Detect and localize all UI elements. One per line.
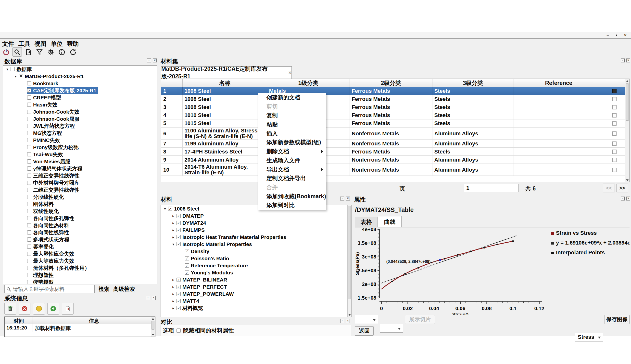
tab-table[interactable]: 表格 (355, 217, 377, 227)
expand-icon[interactable]: ▸ (171, 278, 176, 282)
checkbox[interactable] (27, 96, 31, 100)
tree-item[interactable]: ▸✓MATT4 (161, 298, 351, 304)
table-row[interactable]: 41010 SteelFerrous MetalsSteels (161, 112, 625, 120)
tree-item[interactable]: MG状态方程 (3, 130, 157, 136)
collapse-icon[interactable]: ▾ (171, 242, 176, 246)
checkbox[interactable] (27, 117, 31, 121)
row-checkbox[interactable] (612, 105, 616, 110)
checkbox[interactable] (27, 195, 31, 199)
table-row[interactable]: 817-4PH Stainless SteelFerrous MetalsSte… (161, 148, 625, 156)
tree-item[interactable]: 疲劳模型 (3, 278, 157, 284)
tree-item[interactable]: Johnson-Cook屈服 (3, 115, 157, 122)
checkbox[interactable]: ✓ (176, 221, 181, 225)
tree-item[interactable]: Bookmark (3, 80, 157, 87)
column-header[interactable] (161, 79, 182, 87)
next-page-button[interactable]: >> (616, 184, 628, 192)
collapse-icon[interactable]: ▾ (162, 206, 168, 211)
checkbox[interactable]: ✓ (185, 256, 189, 260)
checkbox[interactable] (27, 110, 31, 114)
checkbox[interactable] (27, 230, 31, 234)
tree-item[interactable]: 多项式状态方程 (3, 236, 157, 243)
checkbox[interactable] (27, 252, 31, 256)
expand-icon[interactable]: ▸ (171, 285, 176, 289)
error-filter-icon[interactable] (19, 303, 30, 314)
context-menu-item[interactable]: 创建新的文档 (258, 93, 326, 102)
context-menu-item[interactable]: 添加到对比 (258, 201, 326, 210)
float-panel-icon[interactable]: ◦ (340, 196, 344, 200)
back-button[interactable]: 返回 (355, 326, 374, 336)
checkbox[interactable]: ✓ (176, 278, 181, 282)
context-menu-item[interactable]: 定制文档并导出 (258, 174, 326, 183)
checkbox[interactable] (19, 74, 23, 78)
checkbox[interactable] (27, 102, 31, 107)
log-scrollbar[interactable] (151, 317, 155, 336)
row-checkbox[interactable] (612, 150, 616, 154)
save-image-button[interactable]: 保存图像 (604, 315, 629, 324)
search-button[interactable]: 检索 (97, 284, 111, 294)
tree-item[interactable]: Tsai-Wu失效 (3, 151, 157, 158)
checkbox[interactable] (11, 67, 15, 71)
close-button[interactable]: × (621, 32, 629, 38)
tree-item[interactable]: ▸✓DYMAT24 (161, 219, 351, 226)
tree-item[interactable]: Von-Misies屈服 (3, 158, 157, 165)
hide-same-checkbox[interactable] (176, 328, 181, 333)
row-checkbox[interactable] (612, 142, 616, 146)
context-menu-item[interactable]: 添加新参数或模型(组) (258, 138, 326, 147)
checkbox[interactable]: ✓ (176, 214, 181, 218)
checkbox[interactable]: ✓ (168, 206, 172, 211)
tree-item[interactable]: 三维正交异性线弹性 (3, 172, 157, 179)
log-row[interactable]: 16:19:20加载材料数据库 (5, 324, 155, 332)
close-panel-icon[interactable]: × (626, 196, 630, 200)
table-row[interactable]: 102014-T6 Aluminum Alloy, Strain-life (E… (161, 164, 625, 176)
tree-item[interactable]: 幂率硬化 (3, 243, 157, 250)
context-menu-item[interactable]: 导出文档 (258, 165, 326, 174)
tree-item[interactable]: 二维正交异性线弹性 (3, 186, 157, 194)
checkbox[interactable] (27, 259, 31, 263)
checkbox[interactable] (27, 273, 31, 277)
row-checkbox[interactable] (612, 97, 616, 101)
table-row[interactable]: 61100 Aluminum Alloy, Stress-life (S-N) … (161, 128, 625, 140)
tab-close-icon[interactable]: × (288, 70, 292, 76)
checkbox[interactable]: ✓ (176, 292, 181, 296)
row-checkbox[interactable] (612, 168, 616, 172)
checkbox[interactable] (27, 238, 31, 242)
log-col-time[interactable]: 时间 (5, 317, 33, 324)
column-header[interactable]: Reference (514, 79, 604, 87)
minimize-button[interactable]: – (603, 32, 612, 38)
export-log-icon[interactable] (62, 303, 74, 314)
search-input[interactable] (5, 285, 95, 293)
tree-item[interactable]: 双线性硬化 (3, 208, 157, 215)
x-axis-select[interactable] (355, 315, 378, 324)
table-row[interactable]: 21008 SteelFerrous MetalsSteels (161, 95, 625, 103)
log-col-message[interactable]: 信息 (33, 317, 155, 324)
tree-item[interactable]: 理想塑性 (3, 272, 157, 278)
axis-variable-select[interactable]: Stress (575, 333, 603, 342)
tree-item[interactable]: ✓Reference Temperature (161, 262, 351, 269)
checkbox[interactable] (27, 244, 31, 249)
settings-gear-icon[interactable] (46, 47, 55, 56)
context-menu-item[interactable]: 复制 (258, 111, 326, 120)
checkbox[interactable]: ✓ (176, 306, 181, 310)
tree-item[interactable]: ▸✓MATEP_BILINEAR (161, 276, 351, 283)
tree-item[interactable]: ▾✓Isotropic Material Properties (161, 241, 351, 248)
search-icon[interactable] (13, 47, 22, 56)
row-checkbox[interactable] (612, 89, 616, 93)
tab-curve[interactable]: 曲线 (378, 216, 401, 227)
checkbox[interactable] (27, 152, 31, 156)
advanced-search-button[interactable]: 高级检索 (111, 284, 137, 294)
checkbox[interactable] (27, 124, 31, 128)
tree-item[interactable]: ▸✓MATEP_PERFECT (161, 283, 351, 290)
tree-item[interactable]: ✓Density (161, 248, 351, 255)
checkbox[interactable] (27, 145, 31, 149)
expand-icon[interactable]: ▸ (171, 299, 176, 303)
context-menu-item[interactable]: 删除文档 (258, 147, 326, 156)
tree-item[interactable]: 各向同性线弹性 (3, 229, 157, 236)
expand-icon[interactable]: ▸ (171, 235, 176, 240)
checkbox[interactable]: ✓ (176, 299, 181, 303)
expand-icon[interactable]: ▸ (171, 214, 176, 218)
page-input[interactable] (464, 184, 518, 192)
tree-item[interactable]: ▸✓Isotropic Heat Transfer Material Prope… (161, 234, 351, 241)
float-panel-icon[interactable]: ◦ (621, 196, 625, 200)
tree-item[interactable]: CREEP模型 (3, 94, 157, 101)
info-filter-icon[interactable] (47, 303, 59, 314)
